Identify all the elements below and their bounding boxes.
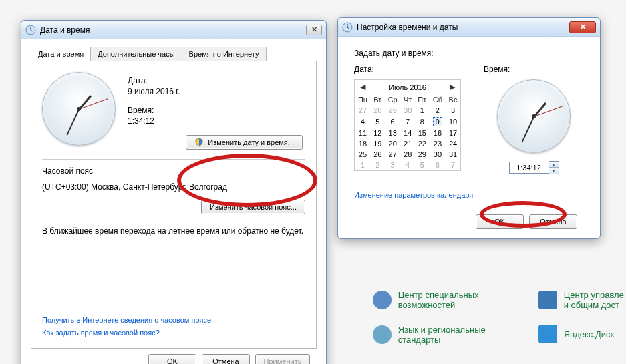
calendar-day[interactable]: 29	[385, 105, 401, 116]
set-date-time-window: Настройка времени и даты ✕ Задать дату и…	[337, 17, 601, 239]
calendar-dow: Пт	[415, 94, 430, 105]
ok-button[interactable]: OK	[148, 354, 196, 364]
window-title: Настройка времени и даты	[357, 23, 569, 32]
titlebar[interactable]: Дата и время ✕	[21, 21, 326, 39]
cancel-button[interactable]: Отмена	[202, 354, 250, 364]
calendar-day[interactable]: 4	[401, 160, 415, 170]
tab-internet-time[interactable]: Время по Интернету	[182, 47, 267, 61]
button-label: Изменить дату и время...	[208, 138, 294, 146]
calendar-day[interactable]: 2	[430, 105, 446, 116]
calendar-month-title: Июль 2016	[389, 83, 426, 92]
calendar-day[interactable]: 28	[371, 105, 385, 116]
calendar-day[interactable]: 15	[415, 128, 430, 138]
calendar-day[interactable]: 6	[385, 116, 401, 128]
calendar-day[interactable]: 7	[401, 116, 415, 128]
tabs: Дата и время Дополнительные часы Время п…	[31, 46, 317, 61]
bg-link-language[interactable]: Язык и региональные стандарты	[373, 325, 486, 345]
button-label: Изменить часовой пояс...	[210, 203, 297, 211]
calendar-day[interactable]: 3	[385, 160, 401, 170]
calendar-prev-month[interactable]: ◀	[359, 83, 367, 92]
time-label: Время:	[128, 106, 305, 115]
tab-date-time[interactable]: Дата и время	[31, 47, 91, 61]
date-value: 9 июля 2016 г.	[128, 87, 305, 96]
calendar-day[interactable]: 9	[430, 116, 446, 128]
calendar-day[interactable]: 13	[385, 128, 401, 138]
change-timezone-button[interactable]: Изменить часовой пояс...	[201, 200, 305, 214]
calendar-day[interactable]: 19	[371, 138, 385, 149]
time-spinner: ▲ ▼	[509, 161, 559, 174]
link-tz-info[interactable]: Получить в Интернете сведения о часовом …	[42, 316, 211, 324]
calendar-day[interactable]: 23	[430, 138, 446, 149]
close-button[interactable]: ✕	[306, 25, 322, 35]
calendar-day[interactable]: 28	[401, 149, 415, 160]
close-button[interactable]: ✕	[569, 21, 596, 33]
bg-link-accessibility[interactable]: Центр специальных возможностей	[373, 290, 479, 310]
calendar: ◀ Июль 2016 ▶ ПнВтСрЧтПтСбВс 27282930123…	[354, 79, 461, 171]
calendar-day[interactable]: 27	[355, 105, 371, 116]
calendar-dow: Ср	[385, 94, 401, 105]
bg-link-label: Центр управле и общим дост	[564, 290, 624, 310]
calendar-day[interactable]: 3	[446, 105, 460, 116]
calendar-day[interactable]: 30	[430, 149, 446, 160]
change-date-time-button[interactable]: Изменить дату и время...	[186, 135, 303, 150]
link-how-to-set[interactable]: Как задать время и часовой пояс?	[42, 329, 160, 337]
calendar-day[interactable]: 1	[355, 160, 371, 170]
calendar-day[interactable]: 30	[401, 105, 415, 116]
calendar-dow: Пн	[355, 94, 371, 105]
titlebar[interactable]: Настройка времени и даты ✕	[338, 18, 600, 37]
calendar-day[interactable]: 5	[415, 160, 430, 170]
clock-icon	[342, 22, 353, 33]
link-calendar-params[interactable]: Изменение параметров календаря	[354, 191, 473, 199]
window-body: Дата и время Дополнительные часы Время п…	[21, 39, 326, 364]
globe-icon	[373, 325, 392, 344]
calendar-day[interactable]: 24	[446, 138, 460, 149]
cloud-icon	[538, 325, 557, 343]
time-up-button[interactable]: ▲	[549, 162, 559, 168]
calendar-day[interactable]: 17	[446, 128, 460, 138]
calendar-day[interactable]: 11	[355, 128, 371, 138]
tab-panel: Дата: 9 июля 2016 г. Время: 1:34:12 Изме…	[31, 61, 317, 349]
bg-link-center-mgmt[interactable]: Центр управле и общим дост	[538, 290, 624, 310]
ok-button[interactable]: OK	[476, 214, 524, 229]
calendar-day[interactable]: 10	[446, 116, 460, 128]
calendar-day[interactable]: 7	[446, 160, 460, 170]
bg-link-label: Язык и региональные стандарты	[398, 325, 486, 345]
cancel-button[interactable]: Отмена	[529, 214, 577, 229]
calendar-day[interactable]: 6	[430, 160, 446, 170]
date-time-window: Дата и время ✕ Дата и время Дополнительн…	[21, 20, 327, 364]
calendar-day[interactable]: 26	[371, 149, 385, 160]
apply-button[interactable]: Применить	[255, 354, 310, 364]
calendar-day[interactable]: 12	[371, 128, 385, 138]
calendar-dow: Вс	[446, 94, 460, 105]
calendar-day[interactable]: 5	[371, 116, 385, 128]
time-down-button[interactable]: ▼	[549, 168, 559, 174]
dst-note: В ближайшее время перехода на летнее вре…	[42, 226, 305, 236]
calendar-grid: ПнВтСрЧтПтСбВс 2728293012345678910111213…	[355, 94, 460, 170]
calendar-day[interactable]: 16	[430, 128, 446, 138]
calendar-day[interactable]: 25	[355, 149, 371, 160]
calendar-day[interactable]: 18	[355, 138, 371, 149]
calendar-day[interactable]: 8	[415, 116, 430, 128]
calendar-dow: Сб	[430, 94, 446, 105]
time-input[interactable]	[509, 162, 549, 174]
calendar-day[interactable]: 20	[385, 138, 401, 149]
date-label: Дата:	[128, 76, 305, 85]
time-value: 1:34:12	[128, 116, 305, 126]
calendar-next-month[interactable]: ▶	[448, 83, 456, 92]
set-heading: Задать дату и время:	[354, 49, 584, 58]
calendar-day[interactable]: 2	[371, 160, 385, 170]
bg-link-yadisk[interactable]: Яндекс.Диск	[538, 325, 614, 343]
calendar-day[interactable]: 1	[415, 105, 430, 116]
analog-clock	[497, 79, 571, 153]
calendar-day[interactable]: 29	[415, 149, 430, 160]
calendar-day[interactable]: 27	[385, 149, 401, 160]
calendar-dow: Вт	[371, 94, 385, 105]
calendar-day[interactable]: 4	[355, 116, 371, 128]
calendar-day[interactable]: 21	[401, 138, 415, 149]
clock-icon	[25, 25, 36, 35]
date-label: Дата:	[354, 65, 461, 74]
calendar-day[interactable]: 31	[446, 149, 460, 160]
calendar-day[interactable]: 14	[401, 128, 415, 138]
tab-additional-clocks[interactable]: Дополнительные часы	[90, 47, 182, 61]
calendar-day[interactable]: 22	[415, 138, 430, 149]
